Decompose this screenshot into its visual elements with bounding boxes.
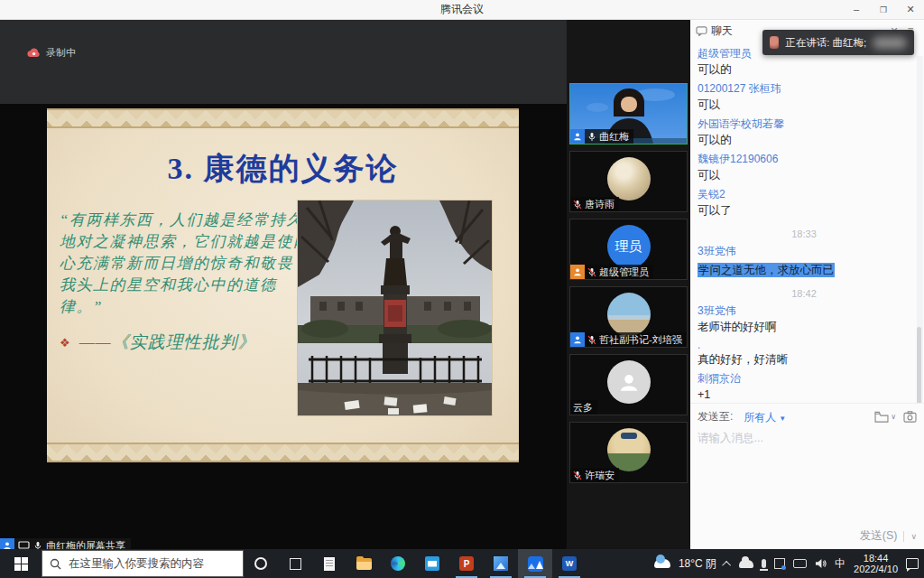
- speaking-toast: 正在讲话: 曲红梅;: [762, 30, 914, 55]
- ime-indicator[interactable]: 中: [835, 556, 845, 572]
- touch-keyboard-icon[interactable]: [793, 559, 807, 568]
- tencent-meeting-window: 腾讯会议 录制中 3. 康德的义务论 “有两样东西，人们越是经常持久地对之凝神思…: [0, 0, 924, 578]
- chat-text: 可以: [698, 98, 910, 112]
- chat-text: 可以了: [698, 204, 910, 218]
- task-view-icon[interactable]: [278, 549, 312, 578]
- chat-text: 可以: [698, 169, 910, 182]
- member-badge: [570, 332, 585, 347]
- chat-sender: .: [698, 339, 910, 351]
- generic-person-icon: [617, 370, 641, 394]
- photos-icon[interactable]: [484, 549, 518, 578]
- kant-statue-photo: [298, 200, 492, 415]
- participant-tile-6[interactable]: 许瑞安: [569, 422, 688, 483]
- diamond-bullet-icon: ❖: [60, 336, 70, 350]
- taskbar-search-box[interactable]: 在这里输入你要搜索的内容: [42, 550, 244, 577]
- participant-tile-3[interactable]: 理员超级管理员: [569, 219, 688, 280]
- onedrive-icon[interactable]: [739, 560, 753, 568]
- speaking-toast-label: 正在讲话: 曲红梅;: [785, 36, 866, 50]
- send-options-caret[interactable]: ∨: [910, 532, 917, 541]
- avatar: 理员: [607, 225, 651, 268]
- avatar: [607, 157, 651, 200]
- send-file-button[interactable]: ∨: [874, 411, 896, 423]
- clock-date: 2022/4/10: [854, 564, 898, 574]
- window-title: 腾讯会议: [0, 2, 924, 17]
- participant-name: 曲红梅: [599, 130, 629, 144]
- participant-name: 许瑞安: [585, 469, 614, 482]
- chat-message-input[interactable]: [698, 431, 914, 517]
- participant-name: 云多: [573, 401, 593, 415]
- stage-top-strip: 录制中: [0, 20, 567, 104]
- member-badge-icon: [573, 335, 582, 344]
- chat-text: +1: [698, 388, 910, 402]
- admin-badge: [570, 265, 585, 279]
- close-button[interactable]: [897, 0, 924, 20]
- chat-sender: 刺猬京治: [698, 371, 910, 387]
- chat-sender: 吴锐2: [698, 187, 910, 202]
- chat-timestamp: 18:33: [698, 228, 910, 239]
- muted-mic-icon: [587, 335, 596, 345]
- action-center-icon[interactable]: [906, 558, 919, 569]
- meeting-tray-icon[interactable]: [774, 558, 785, 569]
- chat-sender: 外国语学校胡若馨: [698, 117, 910, 132]
- muted-mic-icon: [587, 267, 596, 277]
- file-explorer-icon[interactable]: [346, 549, 381, 578]
- chat-sender: 3班党伟: [698, 244, 910, 259]
- hidden-icons-chevron[interactable]: [722, 560, 731, 569]
- windows-taskbar: 在这里输入你要搜索的内容 18°C 阴 中 18:44 2022/4/10: [0, 549, 924, 578]
- participant-name: 哲社副书记-刘培强: [599, 333, 682, 347]
- start-button[interactable]: [0, 549, 42, 578]
- weather-label[interactable]: 18°C 阴: [679, 556, 716, 572]
- powerpoint-icon[interactable]: [449, 549, 484, 578]
- member-badge-icon: [573, 132, 582, 141]
- volume-icon[interactable]: [815, 558, 827, 569]
- send-button[interactable]: 发送(S): [860, 528, 898, 544]
- participant-video-column: 曲红梅唐诗雨理员超级管理员哲社副书记-刘培强云多许瑞安: [567, 20, 690, 549]
- muted-mic-icon: [573, 200, 582, 210]
- minimize-button[interactable]: [843, 0, 870, 20]
- speaker-avatar: [770, 36, 779, 49]
- member-badge: [570, 129, 585, 144]
- tray-mic-icon[interactable]: [762, 559, 766, 568]
- clock-time: 18:44: [854, 553, 898, 564]
- chat-text: 老师讲的好好啊: [698, 321, 910, 334]
- chat-title: 聊天: [711, 23, 733, 39]
- chat-text-selected: 学问之道无他，求放心而已: [698, 263, 835, 277]
- participant-name: 唐诗雨: [585, 198, 614, 211]
- chat-sender: 魏镜伊12190606: [698, 152, 910, 167]
- chat-bubble-icon: [696, 26, 707, 36]
- chat-text: 可以的: [698, 134, 910, 147]
- send-to-label: 发送至:: [698, 409, 733, 424]
- participant-tile-5[interactable]: 云多: [569, 354, 688, 415]
- recording-label: 录制中: [46, 46, 76, 60]
- slide-quote-text: “有两样东西，人们越是经常持久地对之凝神思索，它们就越是使内心充满常新而日增的惊…: [60, 210, 310, 318]
- presentation-slide: 3. 康德的义务论 “有两样东西，人们越是经常持久地对之凝神思索，它们就越是使内…: [47, 108, 519, 462]
- muted-mic-icon: [573, 471, 582, 480]
- screenshot-button[interactable]: [903, 411, 917, 423]
- participant-tile-4[interactable]: 哲社副书记-刘培强: [569, 286, 688, 348]
- weather-icon[interactable]: [654, 559, 670, 568]
- cortana-icon[interactable]: [244, 549, 278, 578]
- notepad-icon[interactable]: [312, 549, 346, 578]
- slide-title: 3. 康德的义务论: [47, 148, 519, 190]
- slide-border-pattern-top: [47, 108, 519, 128]
- title-bar: 腾讯会议: [0, 0, 924, 20]
- send-to-dropdown[interactable]: 所有人▼: [744, 408, 786, 425]
- participant-name: 超级管理员: [599, 266, 649, 279]
- word-icon[interactable]: [552, 549, 587, 578]
- avatar: [607, 293, 651, 336]
- chat-text: 真的好好，好清晰: [698, 353, 910, 367]
- chat-timestamp: 18:42: [698, 288, 910, 299]
- recording-indicator: 录制中: [27, 46, 76, 60]
- member-badge-icon: [573, 267, 582, 276]
- clock[interactable]: 18:44 2022/4/10: [854, 553, 898, 574]
- tencent-meeting-icon[interactable]: [518, 549, 552, 578]
- participant-tile-2[interactable]: 唐诗雨: [569, 151, 688, 212]
- mic-icon: [587, 132, 596, 142]
- restore-button[interactable]: [870, 0, 897, 20]
- system-tray: 18°C 阴 中 18:44 2022/4/10: [654, 549, 924, 578]
- slide-border-pattern-bottom: [47, 443, 519, 462]
- avatar: [607, 360, 651, 404]
- mail-icon[interactable]: [415, 549, 449, 578]
- participant-tile-1[interactable]: 曲红梅: [569, 83, 688, 144]
- edge-icon[interactable]: [381, 549, 415, 578]
